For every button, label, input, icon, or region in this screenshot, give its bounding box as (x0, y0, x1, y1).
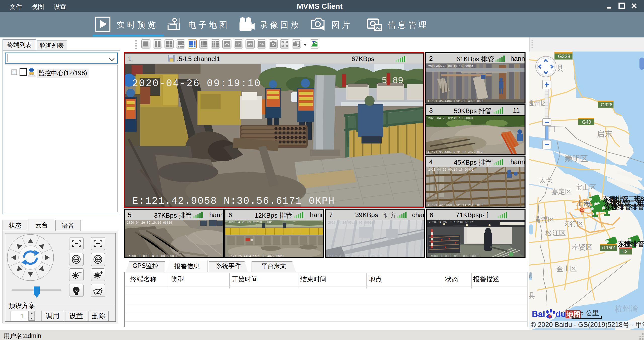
svg-text:杭州湾: 杭州湾 (615, 304, 638, 313)
svg-text:© 2020 Baidu - GS(2019)5218号 -: © 2020 Baidu - GS(2019)5218号 - 甲测资 (531, 321, 644, 328)
svg-text:E:121.42.9058 N:30.56.6171 0KP: E:121.42.9058 N:30.56.6171 0KPH (132, 196, 335, 207)
svg-text:2020-04-26 09:19:10 66016: 2020-04-26 09:19:10 66016 (127, 221, 172, 225)
svg-text:2020-04-26 09:19:10 60001: 2020-04-26 09:19:10 60001 (227, 221, 273, 224)
svg-text:2020-04-26 09:19:10 60001: 2020-04-26 09:19:10 60001 (428, 168, 473, 172)
svg-text:金山区: 金山区 (556, 265, 577, 273)
svg-text:G328: G328 (558, 54, 570, 59)
svg-text:2020-04-26 09:19:10: 2020-04-26 09:19:10 (132, 78, 261, 89)
svg-text:2020-04-26 09:19:10 60001: 2020-04-26 09:19:10 60001 (428, 65, 473, 68)
svg-text:湖: 湖 (529, 271, 533, 279)
svg-text:E:121.35.5257 N:31.17.5570 0KP: E:121.35.5257 N:31.17.5570 0KPH (328, 255, 384, 257)
svg-text:闵行区: 闵行区 (563, 220, 584, 228)
svg-text:松江区: 松江区 (545, 229, 566, 237)
svg-text:E:000.00.0000 N:00.00.0000 1: E:000.00.0000 N:00.00.0000 1 (127, 255, 178, 257)
svg-text:门: 门 (549, 125, 556, 132)
svg-text:东捷排管: 东捷排管 (618, 240, 644, 248)
svg-text:奉贤区: 奉贤区 (572, 244, 592, 251)
svg-text:E:121.35.4404 N:31.30.4022 0KP: E:121.35.4404 N:31.30.4022 0KPH (428, 100, 484, 103)
svg-text:E:121.35.4404 N:31.30.4022 0KP: E:121.35.4404 N:31.30.4022 0KPH (227, 255, 284, 257)
svg-text:25 公里: 25 公里 (576, 309, 599, 317)
svg-text:太仓: 太仓 (539, 176, 552, 184)
svg-text:青浦区: 青浦区 (534, 216, 555, 223)
svg-text:E:000.00.0000 N:00.00.0000 E: E:000.00.0000 N:00.00.0000 E (429, 255, 479, 257)
svg-text:L2·: L2· (622, 249, 629, 254)
svg-text:县: 县 (556, 64, 564, 72)
svg-text:G328: G328 (601, 102, 612, 107)
svg-text:5 89: 5 89 (382, 76, 403, 86)
svg-text:崇明区: 崇明区 (565, 154, 588, 163)
svg-text:宝山区: 宝山区 (576, 184, 596, 191)
svg-text:上海: 上海 (576, 199, 591, 207)
svg-text:东捷排管排管: 东捷排管排管 (605, 203, 644, 211)
svg-text:启东: 启东 (597, 129, 612, 138)
svg-text:通州区: 通州区 (529, 99, 548, 107)
svg-text:2020-04-26 09:19:05 60001: 2020-04-26 09:19:05 60001 (328, 221, 373, 225)
svg-text:2020-04-26 09:19:10 60001: 2020-04-26 09:19:10 60001 (429, 221, 474, 224)
svg-text:Bai: Bai (532, 309, 545, 319)
svg-text:嘉定区: 嘉定区 (551, 188, 572, 196)
svg-text:d 1501: d 1501 (602, 245, 616, 250)
svg-text:E:121.42.9058 N:31.14.2640 0KP: E:121.42.9058 N:31.14.2640 0KPH (428, 204, 484, 207)
svg-text:2020-04-26 09:19:10 60001: 2020-04-26 09:19:10 60001 (428, 117, 473, 120)
svg-text:县: 县 (529, 292, 535, 299)
svg-text:G40: G40 (582, 119, 591, 125)
svg-text:E:121.35.4404 N:31.30.4022 0KP: E:121.35.4404 N:31.30.4022 0KPH (428, 151, 484, 154)
svg-text:du: du (555, 309, 566, 319)
